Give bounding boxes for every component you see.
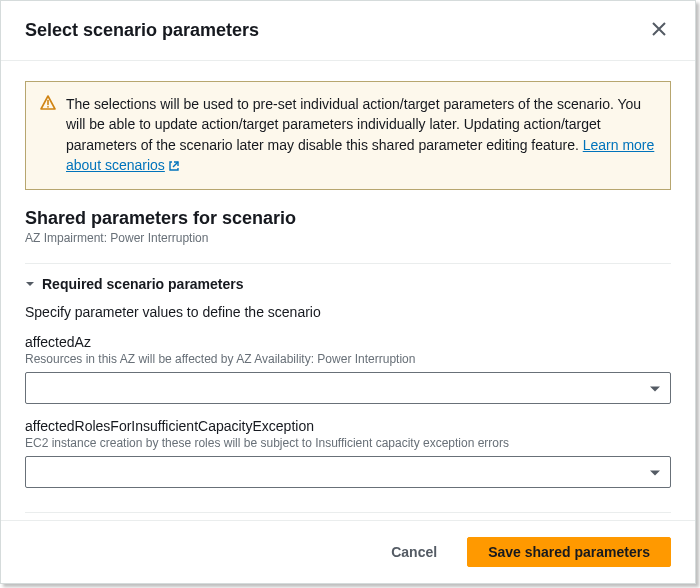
affected-az-select[interactable] [25, 372, 671, 404]
affected-roles-label: affectedRolesForInsufficientCapacityExce… [25, 418, 671, 434]
required-parameters-section: Required scenario parameters Specify par… [25, 263, 671, 512]
affected-az-label: affectedAz [25, 334, 671, 350]
required-parameters-title: Required scenario parameters [42, 276, 244, 292]
modal-body: The selections will be used to pre-set i… [1, 61, 695, 520]
svg-point-1 [47, 106, 49, 108]
caret-down-icon [25, 279, 35, 289]
close-icon [651, 21, 667, 40]
required-parameters-content: Specify parameter values to define the s… [25, 292, 671, 488]
affected-az-hint: Resources in this AZ will be affected by… [25, 352, 671, 366]
shared-parameters-heading: Shared parameters for scenario [25, 208, 671, 229]
banner-message: The selections will be used to pre-set i… [66, 96, 641, 153]
modal-footer: Cancel Save shared parameters [1, 520, 695, 583]
external-link-icon [168, 157, 180, 177]
modal-header: Select scenario parameters [1, 1, 695, 61]
select-scenario-parameters-modal: Select scenario parameters The selection… [0, 0, 696, 584]
banner-text: The selections will be used to pre-set i… [66, 94, 656, 177]
affected-roles-select[interactable] [25, 456, 671, 488]
warning-icon [40, 95, 56, 177]
save-button[interactable]: Save shared parameters [467, 537, 671, 567]
modal-title: Select scenario parameters [25, 20, 259, 41]
close-button[interactable] [647, 17, 671, 44]
field-affected-az: affectedAz Resources in this AZ will be … [25, 334, 671, 404]
affected-roles-hint: EC2 instance creation by these roles wil… [25, 436, 671, 450]
field-affected-roles: affectedRolesForInsufficientCapacityExce… [25, 418, 671, 488]
info-banner: The selections will be used to pre-set i… [25, 81, 671, 190]
advanced-targeting-tags-section: Advanced parameters - targeting tags [25, 512, 671, 520]
scenario-name: AZ Impairment: Power Interruption [25, 231, 671, 245]
required-parameters-toggle[interactable]: Required scenario parameters [25, 276, 671, 292]
cancel-button[interactable]: Cancel [371, 538, 457, 566]
required-parameters-desc: Specify parameter values to define the s… [25, 304, 671, 320]
